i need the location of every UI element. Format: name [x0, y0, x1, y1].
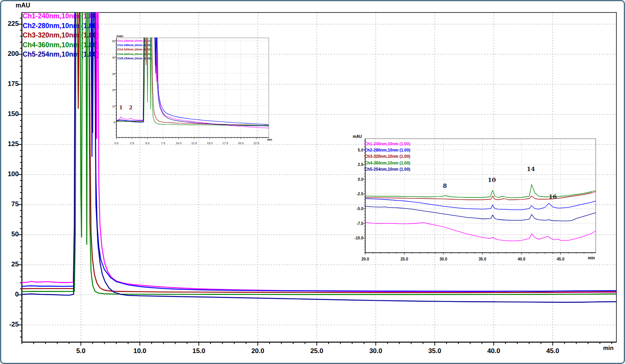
- peak-label-2: 2: [129, 105, 132, 111]
- y-tick-label: 125: [8, 140, 19, 148]
- inset-late-x-axis-unit: min: [588, 256, 595, 260]
- x-tick-label: 20.0: [361, 257, 369, 261]
- y-tick-label: -10.0: [354, 236, 363, 240]
- y-tick-label: 10: [112, 105, 115, 108]
- legend-item-ch4: Ch4-360nm,10nm (1.00): [117, 52, 151, 56]
- legend-item-ch2: Ch2-280nm,10nm (1.00): [117, 43, 151, 47]
- x-tick-label: 5.0: [145, 141, 149, 145]
- y-tick-label: 75: [11, 200, 19, 208]
- legend-item-ch4: Ch4-360nm,10nm (1.00): [23, 40, 99, 50]
- main-y-axis-unit: mAU: [16, 2, 30, 9]
- peak-label-1: 1: [119, 105, 123, 111]
- legend-item-ch3: Ch3-320nm,10nm (1.00): [23, 30, 99, 40]
- x-tick-label: 7.5: [161, 141, 165, 145]
- x-tick-label: 40.0: [487, 347, 500, 355]
- y-tick-label: 25: [11, 261, 19, 268]
- series-line-ch1: [365, 223, 596, 241]
- y-tick-label: 225: [8, 20, 19, 27]
- y-tick-label: -7.5: [357, 221, 364, 226]
- y-tick-label: 200: [8, 50, 19, 57]
- x-tick-label: 20.0: [251, 347, 264, 355]
- x-tick-label: 30.0: [439, 257, 447, 261]
- x-tick-label: 45.0: [546, 347, 559, 355]
- legend-item-ch2: Ch2-280nm,10nm (1.00): [23, 21, 99, 31]
- y-tick-label: 0.0: [358, 177, 363, 182]
- series-line-ch3: [365, 192, 596, 200]
- y-tick-label: -2.5: [357, 192, 364, 196]
- series-line-ch4: [365, 184, 596, 198]
- x-tick-label: 35.0: [428, 347, 441, 355]
- y-tick-label: 0: [114, 121, 115, 124]
- inset-late-legend: Ch1-240nm,10nm (1.00) Ch2-280nm,10nm (1.…: [364, 141, 410, 172]
- y-tick-label: 100: [8, 170, 19, 178]
- inset-late-y-axis-unit: mAU: [353, 134, 362, 139]
- x-tick-label: 25.0: [400, 257, 408, 261]
- y-tick-label: 5.0: [358, 148, 363, 152]
- x-tick-label: 2.5: [130, 141, 134, 145]
- inset-early-y-axis-unit: mAU: [116, 34, 123, 38]
- legend-item-ch4: Ch4-360nm,10nm (1.00): [364, 160, 410, 166]
- chromatography-window: 5.010.015.020.025.030.035.040.045.0-2502…: [0, 0, 625, 364]
- legend-item-ch2: Ch2-280nm,10nm (1.00): [364, 147, 410, 153]
- x-tick-label: 17.5: [222, 141, 228, 145]
- x-tick-label: 5.0: [76, 347, 86, 355]
- inset-chromatogram-late[interactable]: 20.025.030.035.040.045.0-10.0-7.5-5.0-2.…: [350, 134, 598, 262]
- y-tick-label: 150: [8, 110, 19, 118]
- y-tick-label: -25: [9, 321, 19, 328]
- legend-item-ch1: Ch1-240nm,10nm (1.00): [117, 39, 151, 43]
- legend-item-ch1: Ch1-240nm,10nm (1.00): [23, 11, 99, 21]
- series-line-ch5: [365, 206, 596, 221]
- x-tick-label: 15.0: [192, 347, 205, 355]
- x-tick-label: 10.0: [176, 141, 182, 145]
- peak-label-14: 14: [527, 166, 535, 173]
- y-tick-label: 2.5: [358, 162, 363, 167]
- series-group: [365, 184, 596, 241]
- x-tick-label: 35.0: [479, 257, 486, 261]
- x-tick-label: 0.0: [114, 141, 118, 145]
- legend-item-ch3: Ch3-320nm,10nm (1.00): [117, 47, 151, 52]
- legend-item-ch5: Ch5-254nm,10nm (1.00): [364, 166, 410, 172]
- x-tick-label: 25.0: [310, 347, 323, 355]
- x-tick-label: 12.5: [191, 141, 197, 145]
- series-line-ch2: [365, 199, 596, 210]
- y-tick-label: 0: [15, 291, 19, 298]
- x-tick-label: 10.0: [133, 347, 146, 355]
- peak-label-8: 8: [443, 182, 447, 189]
- x-tick-label: 22.5: [254, 141, 259, 145]
- legend-item-ch1: Ch1-240nm,10nm (1.00): [364, 141, 410, 147]
- legend-item-ch5: Ch5-254nm,10nm (1.00): [23, 50, 99, 59]
- y-tick-label: 40: [112, 56, 115, 59]
- inset-early-x-axis-unit: min: [267, 138, 272, 141]
- inset-chromatogram-early[interactable]: 0.02.55.07.510.012.515.017.520.022.50102…: [110, 34, 274, 148]
- peak-label-16: 16: [549, 193, 557, 200]
- legend-item-ch5: Ch5-254nm,10nm (1.00): [117, 56, 151, 61]
- x-tick-label: 15.0: [207, 141, 212, 145]
- x-tick-label: 30.0: [369, 347, 382, 355]
- y-tick-label: 30: [112, 72, 115, 76]
- peak-label-10: 10: [488, 177, 496, 184]
- x-tick-label: 20.0: [238, 141, 244, 145]
- y-tick-label: -5.0: [357, 207, 364, 211]
- main-x-axis-unit: min: [603, 344, 614, 351]
- y-tick-label: 20: [112, 88, 115, 92]
- y-tick-label: 175: [8, 80, 19, 87]
- x-tick-label: 40.0: [518, 257, 525, 261]
- inset-early-legend: Ch1-240nm,10nm (1.00) Ch2-280nm,10nm (1.…: [117, 39, 151, 61]
- legend-item-ch3: Ch3-320nm,10nm (1.00): [364, 153, 410, 159]
- y-tick-label: 50: [112, 39, 115, 43]
- main-legend: Ch1-240nm,10nm (1.00) Ch2-280nm,10nm (1.…: [23, 11, 99, 59]
- x-tick-label: 45.0: [557, 257, 564, 261]
- y-tick-label: 50: [11, 230, 19, 238]
